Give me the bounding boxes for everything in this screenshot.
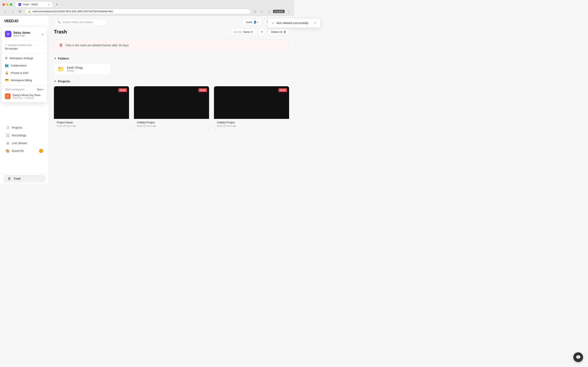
sort-by-btn[interactable]: Sort By Name ▾ bbox=[230, 29, 256, 35]
live-stream-icon: ◎ bbox=[6, 141, 10, 145]
page-actions: Sort By Name ▾ ≡ Delete All 🗑 bbox=[230, 28, 289, 35]
projects-section-header[interactable]: ▼ Projects bbox=[54, 80, 289, 83]
minimize-window-btn[interactable] bbox=[6, 3, 9, 6]
invite-user-icon: 👤+ bbox=[253, 21, 258, 24]
divider-1 bbox=[2, 41, 47, 41]
project-card-2[interactable]: Draft Untitled Project about 22 hours ag… bbox=[214, 86, 289, 129]
project-card-0[interactable]: Draft Project Name about 19 hours ago bbox=[54, 86, 129, 129]
view-toggle-btn[interactable]: ≡ bbox=[259, 28, 265, 35]
browser-toolbar: ‹ › ↻ 🔒 veed.io/workspaces/22ce6d2f-38c5… bbox=[0, 7, 294, 16]
new-workspace-btn[interactable]: New + bbox=[37, 88, 44, 91]
dropdown-header[interactable]: D Daisy Jonas Basic Plan ▲ bbox=[2, 29, 47, 39]
new-tab-btn[interactable]: + bbox=[54, 2, 60, 7]
divider-2 bbox=[2, 53, 47, 53]
draft-badge-0: Draft bbox=[118, 88, 127, 92]
menu-item-privacy-sso[interactable]: 🔒 Privacy & SSO bbox=[2, 69, 47, 76]
warning-banner: 🗑 Files in the trash are deleted forever… bbox=[54, 39, 289, 51]
browser-actions: ⬡ ☆ ⬜ Incognito ⋮ bbox=[252, 8, 292, 14]
sidebar-item-brand-kit[interactable]: 🎨 Brand Kit + bbox=[2, 147, 47, 155]
app-logo[interactable]: VEED.IO bbox=[0, 16, 49, 26]
close-window-btn[interactable] bbox=[2, 3, 5, 6]
warning-trash-icon: 🗑 bbox=[59, 43, 63, 48]
project-time-1: about 22 hours ago bbox=[137, 125, 206, 127]
reload-btn[interactable]: ↻ bbox=[17, 8, 23, 14]
page-title-row: Trash Sort By Name ▾ ≡ Delete All 🗑 bbox=[54, 28, 289, 35]
search-icon: 🔍 bbox=[57, 21, 61, 24]
settings-icon: ⚙ bbox=[5, 56, 8, 60]
billing-icon: 💳 bbox=[5, 78, 9, 82]
project-info-2: Untitled Project about 22 hours ago bbox=[214, 119, 289, 129]
sidebar-item-live-stream[interactable]: ◎ Live Stream bbox=[2, 139, 47, 147]
invite-label: Invite bbox=[246, 21, 252, 24]
workspace-list-item[interactable]: D Daisy's Mood Joy Team Free Plan · 1 Me… bbox=[2, 92, 47, 101]
menu-item-collaborators[interactable]: 👥 Collaborators bbox=[2, 62, 47, 69]
project-thumbnail-2 bbox=[214, 86, 289, 119]
search-placeholder: Search videos and folders bbox=[62, 21, 93, 24]
sidebar-item-trash[interactable]: 🗑 Trash bbox=[3, 175, 45, 182]
sidebar-item-recordings[interactable]: ⬜ Recordings bbox=[2, 132, 47, 139]
folder-item[interactable]: 📁 Earth Things Empty bbox=[54, 63, 111, 75]
url-display: veed.io/workspaces/22ce6d2f-38c5-4df1-a8… bbox=[33, 10, 113, 13]
invite-btn[interactable]: Invite 👤+ bbox=[243, 19, 261, 25]
other-workspaces-label: Other workspaces bbox=[5, 88, 25, 91]
project-name-2: Untitled Project bbox=[217, 121, 286, 124]
tab-favicon: V bbox=[18, 3, 21, 6]
browser-chrome: V Trash - VEED ✕ + ‹ › ↻ 🔒 veed.io/works… bbox=[0, 0, 294, 16]
projects-icon: ⬡ bbox=[6, 125, 10, 129]
sort-label: Sort By bbox=[233, 30, 242, 33]
workspace-avatar: D bbox=[5, 31, 11, 37]
sidebar-trash: 🗑 Trash bbox=[0, 173, 49, 184]
search-bar[interactable]: 🔍 Search videos and folders bbox=[54, 19, 107, 25]
browser-titlebar: V Trash - VEED ✕ + bbox=[0, 0, 294, 7]
brand-kit-icon: 🎨 bbox=[6, 149, 10, 153]
browser-tab[interactable]: V Trash - VEED ✕ bbox=[16, 2, 52, 7]
sort-value: Name bbox=[243, 30, 250, 33]
folder-name: Earth Things bbox=[67, 66, 83, 69]
folder-meta: Empty bbox=[67, 69, 83, 72]
menu-item-workspace-settings[interactable]: ⚙ Workspace Settings bbox=[2, 54, 47, 62]
back-btn[interactable]: ‹ bbox=[2, 8, 8, 14]
profile-icon[interactable]: ⬜ bbox=[266, 8, 272, 14]
sidebar-item-projects[interactable]: ⬡ Projects bbox=[2, 124, 47, 131]
toast-message: Item deleted successfully bbox=[277, 21, 294, 25]
bookmark-icon[interactable]: ☆ bbox=[259, 8, 265, 14]
folder-details: Earth Things Empty bbox=[67, 66, 83, 72]
forward-btn[interactable]: › bbox=[10, 8, 16, 14]
workspace-dropdown: D Daisy Jonas Basic Plan ▲ ☐ Available S… bbox=[2, 27, 47, 102]
folders-section-header[interactable]: ▼ Folders bbox=[54, 57, 289, 60]
cast-icon[interactable]: ⬡ bbox=[252, 8, 258, 14]
warning-text: Files in the trash are deleted forever a… bbox=[66, 44, 129, 47]
maximize-window-btn[interactable] bbox=[10, 3, 12, 6]
project-name-1: Untitled Project bbox=[137, 121, 206, 124]
folder-icon: 📁 bbox=[57, 66, 65, 72]
draft-badge-2: Draft bbox=[278, 88, 287, 92]
workspace-list-avatar: D bbox=[5, 93, 11, 99]
recordings-icon: ⬜ bbox=[6, 133, 10, 137]
tab-title: Trash - VEED bbox=[23, 3, 38, 6]
menu-btn[interactable]: ⋮ bbox=[286, 8, 292, 14]
tab-close-btn[interactable]: ✕ bbox=[48, 3, 49, 6]
subtitle-section: ☐ Available Subtitles Time 59 minutes bbox=[2, 42, 47, 52]
address-bar[interactable]: 🔒 veed.io/workspaces/22ce6d2f-38c5-4df1-… bbox=[25, 9, 251, 14]
dropdown-chevron-icon[interactable]: ▲ bbox=[42, 33, 44, 35]
folders-section-title: Folders bbox=[58, 57, 69, 60]
delete-all-btn[interactable]: Delete All 🗑 bbox=[268, 29, 289, 35]
plus-icon: + bbox=[43, 88, 44, 91]
divider-3 bbox=[2, 85, 47, 85]
app-container: VEED.IO D Daisy Jonas Basic Plan ▲ ☐ Ava… bbox=[0, 16, 294, 184]
subtitle-checkbox-icon: ☐ bbox=[5, 44, 7, 46]
lock-icon: 🔒 bbox=[28, 10, 31, 13]
main-header: 🔍 Search videos and folders Invite 👤+ ? … bbox=[49, 16, 294, 28]
project-card-1[interactable]: Draft Untitled Project about 22 hours ag… bbox=[134, 86, 209, 129]
sidebar: VEED.IO D Daisy Jonas Basic Plan ▲ ☐ Ava… bbox=[0, 16, 49, 184]
workspace-name: Daisy Jonas bbox=[13, 31, 39, 34]
other-workspaces-header: Other workspaces New + bbox=[2, 86, 47, 92]
project-thumbnail-1 bbox=[134, 86, 209, 119]
menu-item-workspace-billing[interactable]: 💳 Workspace Billing bbox=[2, 76, 47, 84]
projects-section-title: Projects bbox=[58, 80, 70, 83]
project-time-0: about 19 hours ago bbox=[57, 125, 126, 127]
subtitle-time: 59 minutes bbox=[5, 47, 44, 50]
workspace-plan: Basic Plan bbox=[13, 34, 39, 37]
projects-grid: Draft Project Name about 19 hours ago Dr… bbox=[54, 86, 289, 129]
page-title: Trash bbox=[54, 29, 67, 35]
